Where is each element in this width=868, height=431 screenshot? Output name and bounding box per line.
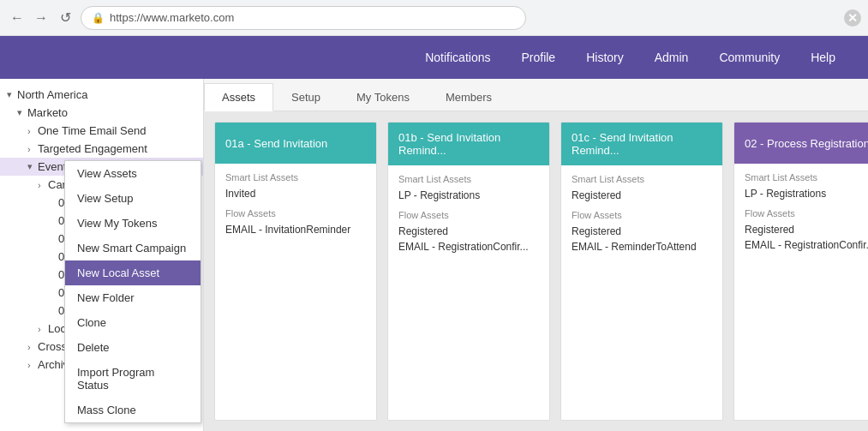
card-section-title: Smart List Assets xyxy=(398,174,539,184)
address-bar[interactable]: 🔒 https://www.marketo.com xyxy=(81,6,526,30)
refresh-button[interactable]: ↺ xyxy=(57,9,74,27)
context-menu-view-setup[interactable]: View Setup xyxy=(65,186,201,211)
top-nav-items: Notifications Profile History Admin Comm… xyxy=(410,36,851,79)
sidebar-item-label: Targeted Engagement xyxy=(38,142,203,155)
card-section-title: Smart List Assets xyxy=(572,174,712,184)
sidebar-item-one-time-email[interactable]: › One Time Email Send xyxy=(0,122,203,140)
card-item: EMAIL - RegistrationConfir... xyxy=(745,237,868,253)
content-area: Assets Setup My Tokens Members 01a - Sen… xyxy=(204,79,868,431)
card-item: EMAIL - ReminderToAttend xyxy=(572,239,712,254)
arrow-icon: ▾ xyxy=(17,107,27,118)
card-item: Registered xyxy=(572,188,712,203)
card-item: Registered xyxy=(398,224,539,239)
card-body-01c: Smart List Assets Registered Flow Assets… xyxy=(561,165,722,263)
sidebar: ▾ North America ▾ Marketo › One Time Ema… xyxy=(0,79,204,431)
card-section-title: Smart List Assets xyxy=(225,172,366,183)
tab-my-tokens[interactable]: My Tokens xyxy=(338,83,428,111)
context-menu-new-smart-campaign[interactable]: New Smart Campaign xyxy=(65,236,201,260)
card-section-title: Flow Assets xyxy=(398,210,539,220)
card-header-01a: 01a - Send Invitation xyxy=(215,123,376,164)
arrow-icon: › xyxy=(38,180,48,190)
card-header-01c: 01c - Send Invitation Remind... xyxy=(561,123,722,165)
arrow-icon: ▾ xyxy=(7,89,17,100)
arrow-icon: › xyxy=(27,342,38,352)
context-menu-new-local-asset[interactable]: New Local Asset xyxy=(65,260,201,285)
card-item: LP - Registrations xyxy=(398,188,539,203)
sidebar-item-north-america[interactable]: ▾ North America xyxy=(0,86,203,104)
nav-notifications[interactable]: Notifications xyxy=(410,36,506,79)
card-item: LP - Registrations xyxy=(745,186,868,201)
card-section-title: Smart List Assets xyxy=(745,172,868,183)
sidebar-item-label: North America xyxy=(17,88,203,101)
arrow-icon: › xyxy=(27,126,38,136)
sidebar-item-label: One Time Email Send xyxy=(38,124,203,137)
nav-help[interactable]: Help xyxy=(795,36,851,79)
context-menu-clone[interactable]: Clone xyxy=(65,310,201,335)
card-section-title: Flow Assets xyxy=(572,210,712,220)
close-button[interactable]: ✕ xyxy=(844,9,861,27)
main-layout: ▾ North America ▾ Marketo › One Time Ema… xyxy=(0,79,868,431)
nav-profile[interactable]: Profile xyxy=(506,36,571,79)
forward-button[interactable]: → xyxy=(33,9,50,27)
context-menu-view-assets[interactable]: View Assets xyxy=(65,161,201,186)
arrow-icon: › xyxy=(27,360,38,370)
card-body-01b: Smart List Assets LP - Registrations Flo… xyxy=(388,165,549,263)
arrow-icon: › xyxy=(27,144,38,154)
card-header-01b: 01b - Send Invitation Remind... xyxy=(388,123,549,165)
arrow-icon: ▾ xyxy=(27,161,38,172)
nav-admin[interactable]: Admin xyxy=(639,36,704,79)
program-card-01a: 01a - Send Invitation Smart List Assets … xyxy=(214,122,377,421)
context-menu-import-program-status[interactable]: Import Program Status xyxy=(65,360,201,398)
card-item: EMAIL - RegistrationConfir... xyxy=(398,239,539,254)
card-section-title: Flow Assets xyxy=(225,208,366,218)
sidebar-item-marketo[interactable]: ▾ Marketo xyxy=(0,104,203,122)
back-button[interactable]: ← xyxy=(9,9,26,27)
card-item: EMAIL - InvitationReminder xyxy=(225,222,366,237)
url-text: https://www.marketo.com xyxy=(110,11,234,24)
tab-assets[interactable]: Assets xyxy=(204,83,273,111)
cards-container: 01a - Send Invitation Smart List Assets … xyxy=(204,111,868,431)
program-card-01c: 01c - Send Invitation Remind... Smart Li… xyxy=(560,122,723,421)
lock-icon: 🔒 xyxy=(92,12,105,24)
arrow-icon: › xyxy=(38,324,48,334)
context-menu-new-folder[interactable]: New Folder xyxy=(65,285,201,310)
tab-members[interactable]: Members xyxy=(428,83,510,111)
card-header-02: 02 - Process Registration xyxy=(734,123,868,164)
tab-setup[interactable]: Setup xyxy=(273,83,338,111)
context-menu: View Assets View Setup View My Tokens Ne… xyxy=(64,160,201,423)
card-body-01a: Smart List Assets Invited Flow Assets EM… xyxy=(215,164,376,246)
program-card-02: 02 - Process Registration Smart List Ass… xyxy=(733,122,868,421)
browser-chrome: ← → ↺ 🔒 https://www.marketo.com ✕ xyxy=(0,0,868,36)
program-card-01b: 01b - Send Invitation Remind... Smart Li… xyxy=(387,122,550,421)
nav-history[interactable]: History xyxy=(571,36,639,79)
tab-bar: Assets Setup My Tokens Members xyxy=(204,79,868,111)
card-body-02: Smart List Assets LP - Registrations Flo… xyxy=(734,164,868,261)
context-menu-view-my-tokens[interactable]: View My Tokens xyxy=(65,211,201,236)
card-section-title: Flow Assets xyxy=(745,208,868,218)
sidebar-item-label: Marketo xyxy=(27,106,203,119)
context-menu-mass-clone[interactable]: Mass Clone xyxy=(65,398,201,422)
context-menu-delete[interactable]: Delete xyxy=(65,335,201,360)
nav-community[interactable]: Community xyxy=(703,36,795,79)
card-item: Invited xyxy=(225,186,366,201)
top-nav: Notifications Profile History Admin Comm… xyxy=(0,36,868,79)
sidebar-item-targeted-engagement[interactable]: › Targeted Engagement xyxy=(0,140,203,158)
card-item: Registered xyxy=(745,222,868,237)
card-item: Registered xyxy=(572,224,712,239)
